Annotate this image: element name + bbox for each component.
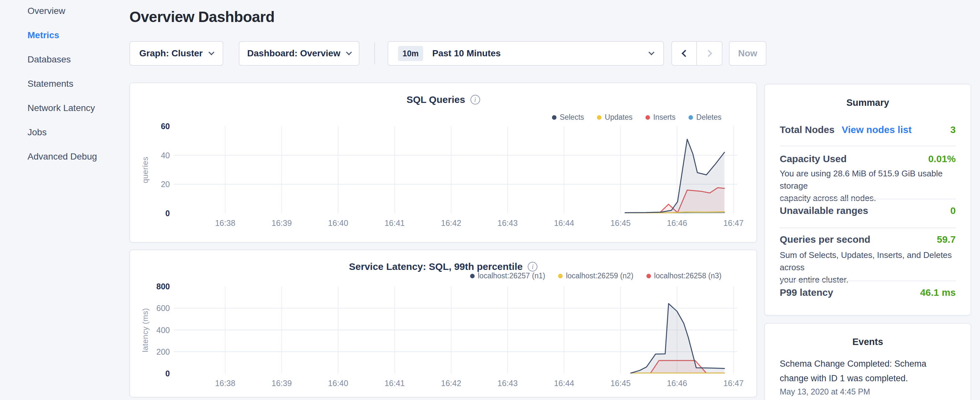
y-axis-label: queries — [141, 157, 150, 183]
chevron-down-icon — [208, 49, 214, 55]
x-tick-label: 16:47 — [724, 379, 744, 388]
x-tick-label: 16:46 — [667, 218, 687, 228]
capacity-used-row: Capacity Used 0.01% — [780, 153, 956, 164]
legend-item[interactable]: Deletes — [689, 113, 721, 122]
summary-title: Summary — [765, 97, 970, 108]
x-tick-label: 16:39 — [272, 379, 292, 388]
y-tick-label: 600 — [130, 304, 170, 313]
sql-queries-plot[interactable] — [174, 126, 737, 213]
page-title: Overview Dashboard — [129, 8, 275, 25]
legend-label: Updates — [605, 113, 633, 122]
x-tick-label: 16:42 — [441, 379, 461, 388]
time-range-label: Past 10 Minutes — [432, 48, 501, 59]
x-tick-label: 16:46 — [667, 379, 687, 388]
events-panel: Events Schema Change Completed: Schema c… — [764, 323, 971, 400]
legend-label: Inserts — [653, 113, 676, 122]
legend-item[interactable]: localhost:26259 (n2) — [558, 271, 633, 280]
time-range-selector[interactable]: 10m Past 10 Minutes — [388, 41, 664, 66]
y-tick-label: 60 — [130, 122, 170, 131]
x-tick-label: 16:45 — [611, 379, 631, 388]
chevron-right-icon — [705, 50, 712, 57]
legend-label: Selects — [560, 113, 584, 122]
y-tick-label: 800 — [130, 282, 170, 291]
legend-item[interactable]: localhost:26257 (n1) — [470, 271, 545, 280]
p99-latency-label: P99 latency — [780, 287, 833, 298]
legend-label: localhost:26258 (n3) — [654, 271, 721, 280]
subtext-line: Sum of Selects, Updates, Inserts, and De… — [780, 249, 958, 274]
graph-dropdown[interactable]: Graph: Cluster — [129, 41, 223, 66]
summary-panel: Summary Total Nodes View nodes list 3 Ca… — [764, 84, 971, 316]
sidebar-item-advanced-debug[interactable]: Advanced Debug — [27, 152, 129, 161]
chart-legend: SelectsUpdatesInsertsDeletes — [552, 113, 721, 122]
chevron-down-icon — [346, 49, 352, 55]
capacity-used-label: Capacity Used — [780, 153, 847, 164]
divider — [780, 280, 956, 281]
p99-latency-value: 46.1 ms — [920, 287, 956, 298]
event-item[interactable]: Schema Change Completed: Schema change w… — [780, 357, 958, 386]
p99-latency-row: P99 latency 46.1 ms — [780, 287, 956, 298]
x-tick-label: 16:40 — [328, 379, 348, 388]
x-tick-label: 16:41 — [384, 218, 405, 228]
time-prev-button[interactable] — [672, 42, 697, 65]
dashboard-dropdown-label: Dashboard: Overview — [247, 48, 340, 59]
graph-dropdown-label: Graph: Cluster — [139, 48, 202, 59]
chart-title-row: SQL Queries i — [130, 94, 756, 105]
series-dot-icon — [689, 115, 693, 120]
divider — [780, 199, 956, 199]
chart-title-row: Service Latency: SQL, 99th percentile i — [130, 261, 756, 272]
series-dot-icon — [558, 274, 563, 278]
sidebar-item-statements[interactable]: Statements — [27, 79, 129, 88]
sidebar-item-overview[interactable]: Overview — [27, 6, 129, 16]
info-icon[interactable]: i — [471, 95, 480, 105]
legend-label: Deletes — [696, 113, 721, 122]
unavailable-ranges-label: Unavailable ranges — [780, 205, 868, 216]
time-step-button-group — [671, 41, 722, 66]
sidebar: Overview Metrics Databases Statements Ne… — [0, 0, 129, 400]
capacity-used-value: 0.01% — [928, 153, 956, 164]
sidebar-item-network-latency[interactable]: Network Latency — [27, 104, 129, 113]
time-next-button[interactable] — [697, 42, 722, 65]
series-dot-icon — [646, 274, 651, 278]
chart-title: SQL Queries — [406, 94, 465, 105]
chevron-left-icon — [681, 50, 689, 57]
event-timestamp: May 13, 2020 at 4:45 PM — [780, 387, 870, 397]
legend-item[interactable]: Inserts — [646, 113, 676, 122]
dashboard-dropdown[interactable]: Dashboard: Overview — [239, 41, 360, 66]
divider — [780, 228, 956, 228]
x-tick-label: 16:47 — [724, 218, 744, 228]
y-tick-label: 20 — [130, 180, 170, 189]
x-tick-label: 16:38 — [215, 379, 235, 388]
total-nodes-label: Total Nodes — [780, 124, 834, 135]
series-dot-icon — [597, 115, 601, 120]
sidebar-item-jobs[interactable]: Jobs — [27, 128, 129, 137]
y-tick-label: 200 — [130, 347, 170, 356]
series-dot-icon — [470, 274, 475, 278]
x-tick-label: 16:39 — [272, 218, 292, 228]
unavailable-ranges-value: 0 — [950, 205, 956, 216]
legend-item[interactable]: Selects — [552, 113, 584, 122]
subtext-line: capacity across all nodes. — [780, 192, 958, 204]
sidebar-item-metrics[interactable]: Metrics — [27, 31, 129, 40]
queries-per-second-subtext: Sum of Selects, Updates, Inserts, and De… — [780, 249, 958, 286]
chart-title: Service Latency: SQL, 99th percentile — [349, 261, 523, 272]
y-tick-label: 400 — [130, 325, 170, 335]
legend-item[interactable]: Updates — [597, 113, 633, 122]
total-nodes-row: Total Nodes View nodes list 3 — [780, 124, 956, 135]
x-tick-label: 16:38 — [215, 218, 235, 228]
event-message-line: Schema Change Completed: Schema — [780, 357, 958, 371]
chart-legend: localhost:26257 (n1)localhost:26259 (n2)… — [470, 271, 721, 280]
y-tick-label: 0 — [130, 209, 170, 218]
chevron-down-icon — [648, 49, 654, 55]
service-latency-plot[interactable] — [174, 287, 737, 373]
now-button[interactable]: Now — [729, 41, 767, 66]
divider — [780, 146, 956, 146]
info-icon[interactable]: i — [528, 262, 538, 271]
total-nodes-value: 3 — [950, 124, 956, 135]
x-tick-label: 16:44 — [554, 379, 574, 388]
queries-per-second-value: 59.7 — [937, 234, 956, 245]
legend-label: localhost:26259 (n2) — [566, 271, 633, 280]
queries-per-second-row: Queries per second 59.7 — [780, 234, 956, 245]
sidebar-item-databases[interactable]: Databases — [27, 55, 129, 64]
legend-item[interactable]: localhost:26258 (n3) — [646, 271, 721, 280]
view-nodes-list-link[interactable]: View nodes list — [842, 124, 912, 135]
